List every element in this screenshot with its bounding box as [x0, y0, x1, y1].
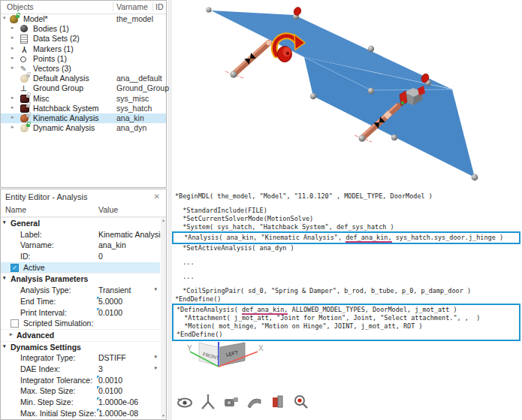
scroll-up-icon[interactable]: ▲ [161, 218, 166, 222]
expand-icon[interactable]: ▸ [11, 114, 14, 120]
property-value[interactable]: 1.0000e-06 [98, 397, 138, 406]
tree-row-varname: ana__default [116, 74, 162, 83]
property-value[interactable]: 0.0100 [98, 386, 122, 395]
expand-icon[interactable]: ▸ [11, 104, 14, 110]
tree-row[interactable]: ▸Points (1) [1, 54, 166, 64]
property-section[interactable]: ▸Advanced [1, 329, 160, 341]
chevron-down-icon[interactable]: ▾ [154, 286, 157, 292]
collapse-icon[interactable]: ▾ [3, 343, 6, 349]
expand-icon[interactable]: ▸ [11, 124, 14, 130]
expand-icon[interactable]: ▸ [11, 55, 14, 61]
code-line [175, 267, 520, 273]
property-section[interactable]: ▾General [1, 217, 160, 229]
column-header-objects[interactable]: Objects [7, 2, 34, 11]
checkbox[interactable] [11, 319, 19, 328]
collapse-icon[interactable]: ▾ [3, 275, 6, 281]
property-value[interactable]: 5.0000 [98, 297, 122, 306]
property-value[interactable]: ana_kin [98, 240, 126, 249]
highlight-box: *Analysis( ana_kin, "Kinematic Analysis"… [172, 231, 520, 244]
code-line: *Attachment( j_mot_att, "Joint for Motio… [177, 314, 517, 322]
section-label: Advanced [17, 331, 54, 340]
tree-row[interactable]: ▸✎Vectors (3) [1, 64, 166, 74]
collapse-icon[interactable]: ▾ [3, 15, 6, 21]
tree-row[interactable]: ▸Data Sets (2) [1, 34, 166, 44]
camera-icon[interactable] [222, 391, 240, 412]
chevron-down-icon[interactable]: ▾ [154, 354, 157, 360]
tree-row[interactable]: ▸Bodies (1) [1, 24, 166, 34]
property-value[interactable]: 0.0100 [98, 308, 122, 317]
expand-icon[interactable]: ▸ [11, 65, 14, 71]
entity-editor-rows: ▾GeneralLabel:Kinematic AnalysisVarname:… [1, 217, 160, 418]
property-section[interactable]: ▾Dynamics Settings [1, 341, 160, 353]
tree-row[interactable]: ▸Kinematic Analysisana_kin [1, 113, 166, 123]
section-label: Analysis Parameters [11, 274, 88, 283]
property-row: Max. Initial Step Size:1.0000e-08 [1, 408, 160, 419]
property-row: Scripted Simulation: [1, 318, 160, 329]
expand-icon[interactable]: ▸ [11, 45, 14, 51]
lock-icon [26, 74, 30, 77]
checkbox[interactable]: ✓ [11, 264, 19, 272]
tree-row[interactable]: ▸YMarkers (1) [1, 44, 166, 54]
entity-editor-scrollbar[interactable]: ▲ ▼ [161, 217, 166, 418]
tree-row-label: Vectors (3) [33, 64, 71, 73]
expand-icon[interactable]: ▸ [11, 35, 14, 41]
expand-icon[interactable]: ▸ [10, 331, 13, 337]
tree-row-label: Points (1) [33, 54, 67, 63]
tree-row[interactable]: ⊥Ground GroupGround_Group [1, 83, 166, 93]
code-line: *SetCurrentSolverMode(MotionSolve) [175, 215, 520, 223]
triad-icon[interactable] [199, 391, 217, 412]
code-line [175, 252, 520, 258]
graphics-viewport[interactable] [172, 0, 522, 192]
spring-damper-left[interactable] [225, 41, 271, 78]
tree-row-label: Misc [33, 94, 50, 103]
view-mode-icon[interactable] [176, 391, 194, 412]
column-header-varname[interactable]: Varname [113, 2, 148, 11]
surface-icon[interactable] [246, 391, 264, 412]
chevron-down-icon[interactable]: ▾ [154, 365, 157, 371]
collapse-icon[interactable]: ▾ [3, 219, 6, 225]
property-label: Max. Step Size: [20, 386, 76, 395]
close-icon[interactable]: ✕ [154, 192, 160, 201]
tree-row-label: Ground Group [33, 83, 83, 92]
view-cube[interactable]: FRONT LEFT Y X [186, 342, 264, 379]
tree-row-label: Data Sets (2) [33, 34, 80, 43]
property-value[interactable]: Kinematic Analysis [98, 230, 164, 239]
entity-editor-panel: Entity Editor - Analysis ✕ Name Value ▾G… [0, 189, 167, 420]
property-value[interactable]: 0.0010 [98, 376, 122, 385]
zoom-select-icon[interactable] [292, 391, 310, 412]
code-line: *DefineAnalysis( def_ana_kin, ALLOWED_MO… [177, 306, 517, 314]
mdl-code-panel: *BeginMDL( the_model, "Model", "11.0.120… [172, 192, 520, 341]
bodies-icon [20, 25, 28, 32]
model-browser-icon[interactable] [269, 391, 287, 412]
markers-icon: Y [20, 45, 29, 53]
property-value[interactable]: 3 [98, 364, 103, 373]
code-line [175, 281, 520, 287]
lock-icon [26, 114, 30, 117]
tree-row-label: Markers (1) [33, 44, 74, 53]
property-value[interactable]: 0 [98, 252, 103, 261]
tree-row[interactable]: Default Analysisana__default [1, 74, 166, 83]
property-section[interactable]: ▾Analysis Parameters [1, 273, 160, 285]
column-header-value: Value [98, 205, 118, 214]
tree-row[interactable]: ▾Model*the_model [1, 14, 166, 24]
property-value[interactable]: 1.0000e-08 [98, 409, 138, 418]
tree-row[interactable]: ▸Dynamic Analysisana_dyn [1, 123, 166, 133]
tree-row[interactable]: ▸Hatchback Systemsys_hatch [1, 104, 166, 113]
property-row: Label:Kinematic Analysis [1, 229, 160, 240]
underlined-token: def_ana_kin, [345, 234, 391, 243]
y-axis-label: Y [187, 344, 192, 352]
expand-icon[interactable]: ▸ [11, 25, 14, 31]
scroll-down-icon[interactable]: ▼ [161, 413, 166, 418]
property-label: Integrator Type: [20, 353, 75, 362]
property-label: Integrator Tolerance: [20, 376, 92, 385]
lock-icon [26, 124, 30, 127]
tree-row-label: Bodies (1) [33, 24, 69, 33]
column-header-id[interactable]: ID [152, 2, 164, 11]
column-header-name: Name [5, 205, 26, 214]
property-value[interactable]: Transient [98, 286, 131, 295]
tree-row[interactable]: ▸Miscsys_misc [1, 94, 166, 104]
property-row: Integrator Tolerance:0.0010 [1, 375, 160, 386]
property-label: Print Interval: [20, 308, 67, 317]
expand-icon[interactable]: ▸ [11, 95, 14, 101]
property-value[interactable]: DSTIFF [98, 353, 126, 362]
